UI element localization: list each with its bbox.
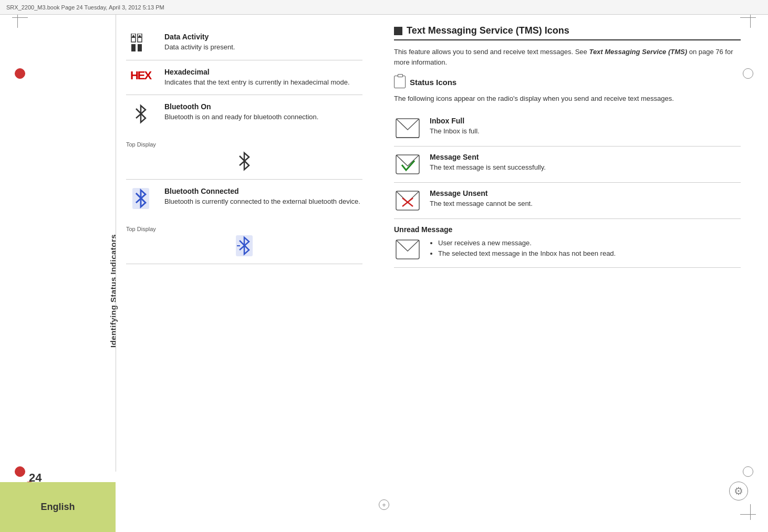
top-display-label-2: Top Display <box>126 226 362 232</box>
inbox-full-text: Inbox Full The Inbox is full. <box>430 117 741 136</box>
message-sent-text: Message Sent The text message is sent su… <box>430 153 741 172</box>
inbox-full-row: Inbox Full The Inbox is full. <box>394 110 741 147</box>
bluetooth-on-text: Bluetooth On Bluetooth is on and ready f… <box>164 102 362 122</box>
data-activity-text: Data Activity Data activity is present. <box>164 33 362 52</box>
status-section-title-text: Status Icons <box>410 78 456 87</box>
bluetooth-connected-svg <box>131 188 150 209</box>
bluetooth-on-top-display: Top Display <box>126 138 362 172</box>
tms-section-title: Text Messaging Service (TMS) Icons <box>394 25 741 40</box>
english-tab: English <box>0 482 116 532</box>
message-sent-svg <box>396 154 420 174</box>
message-unsent-row: Message Unsent The text message cannot b… <box>394 183 741 219</box>
left-circle-bottom <box>15 466 25 477</box>
inbox-full-svg <box>396 118 420 138</box>
top-display-label-1: Top Display <box>126 141 362 148</box>
bluetooth-connected-icon <box>126 188 155 209</box>
bluetooth-on-sub-row <box>126 151 362 172</box>
data-activity-svg <box>129 34 152 53</box>
message-unsent-text: Message Unsent The text message cannot b… <box>430 189 741 208</box>
data-activity-row: Data Activity Data activity is present. <box>126 25 362 60</box>
intro-paragraph: This feature allows you to send and rece… <box>394 47 741 67</box>
unread-message-svg <box>396 239 420 259</box>
message-unsent-icon <box>394 189 421 212</box>
unread-bullets: User receives a new message. The selecte… <box>430 238 741 260</box>
unread-message-body: User receives a new message. The selecte… <box>394 238 741 261</box>
message-sent-icon <box>394 153 421 176</box>
bluetooth-connected-sub-svg <box>235 235 254 256</box>
message-sent-desc: The text message is sent successfully. <box>430 163 741 172</box>
bluetooth-on-title: Bluetooth On <box>164 102 362 111</box>
inbox-full-title: Inbox Full <box>430 117 741 125</box>
bluetooth-on-sub-svg <box>235 151 254 172</box>
bluetooth-connected-top-display: Top Display <box>126 223 362 256</box>
unread-message-icon <box>394 238 421 261</box>
left-content: Data Activity Data activity is present. … <box>121 15 368 275</box>
header-bar: SRX_2200_M3.book Page 24 Tuesday, April … <box>0 0 768 15</box>
status-desc: The following icons appear on the radio'… <box>394 93 741 104</box>
center-bottom-circle: + <box>379 499 389 510</box>
intro-text: This feature allows you to send and rece… <box>394 48 589 56</box>
hex-text-content: Hexadecimal Indicates that the text entr… <box>164 68 362 87</box>
square-icon <box>394 27 402 35</box>
hex-text: HEX <box>130 69 151 82</box>
message-sent-row: Message Sent The text message is sent su… <box>394 147 741 183</box>
right-circle-bottom <box>743 466 753 477</box>
inbox-full-desc: The Inbox is full. <box>430 127 741 136</box>
data-activity-title: Data Activity <box>164 33 362 41</box>
tms-title-text: Text Messaging Service (TMS) Icons <box>407 25 569 36</box>
left-divider <box>116 15 116 472</box>
message-unsent-svg <box>396 191 420 211</box>
inbox-full-icon <box>394 117 421 140</box>
reg-mark-br <box>738 502 759 523</box>
hex-title: Hexadecimal <box>164 68 362 76</box>
svg-rect-3 <box>138 44 142 51</box>
unread-bullet-2: The selected text message in the Inbox h… <box>438 248 741 259</box>
english-tab-text: English <box>40 502 75 513</box>
message-unsent-title: Message Unsent <box>430 189 741 197</box>
status-icons-subsection: Status Icons <box>394 76 741 88</box>
bluetooth-connected-row: Bluetooth Connected Bluetooth is current… <box>126 180 362 264</box>
svg-rect-2 <box>131 44 136 51</box>
bluetooth-connected-sub-row <box>126 235 362 256</box>
bluetooth-connected-title: Bluetooth Connected <box>164 187 362 195</box>
gear-circle <box>729 482 748 500</box>
left-circle-top <box>15 68 25 79</box>
svg-marker-5 <box>138 35 142 38</box>
unread-bullet-1: User receives a new message. <box>438 238 741 249</box>
status-icon-symbol <box>394 76 406 88</box>
data-activity-icon <box>126 34 155 53</box>
message-sent-title: Message Sent <box>430 153 741 161</box>
data-activity-desc: Data activity is present. <box>164 43 362 52</box>
bluetooth-connected-text: Bluetooth Connected Bluetooth is current… <box>164 187 362 206</box>
hex-desc: Indicates that the text entry is current… <box>164 78 362 87</box>
right-content: Text Messaging Service (TMS) Icons This … <box>383 15 751 278</box>
message-unsent-desc: The text message cannot be sent. <box>430 199 741 208</box>
bluetooth-on-svg <box>131 103 150 124</box>
unread-message-title: Unread Message <box>394 225 741 234</box>
svg-marker-4 <box>131 35 136 38</box>
hex-icon: HEX <box>126 69 155 82</box>
hexadecimal-row: HEX Hexadecimal Indicates that the text … <box>126 60 362 95</box>
bluetooth-on-desc: Bluetooth is on and ready for bluetooth … <box>164 112 362 122</box>
unread-message-section: Unread Message User receives a new messa… <box>394 219 741 268</box>
intro-bold: Text Messaging Service (TMS) <box>589 48 687 56</box>
bluetooth-on-icon <box>126 103 155 124</box>
bluetooth-connected-desc: Bluetooth is currently connected to the … <box>164 197 362 206</box>
bluetooth-on-row: Bluetooth On Bluetooth is on and ready f… <box>126 95 362 180</box>
header-title: SRX_2200_M3.book Page 24 Tuesday, April … <box>6 4 164 11</box>
